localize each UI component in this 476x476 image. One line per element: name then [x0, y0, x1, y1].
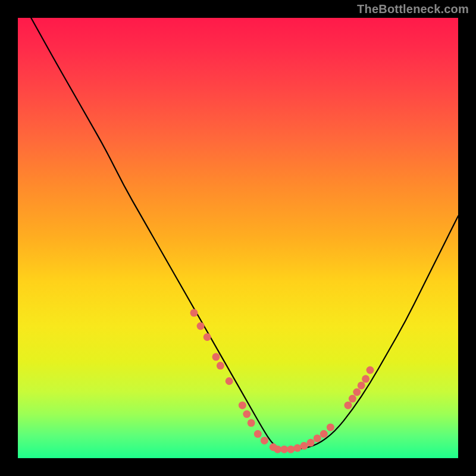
marker-dot [307, 439, 315, 447]
marker-dot [239, 402, 246, 409]
marker-dot [345, 402, 352, 409]
watermark-text: TheBottleneck.com [357, 2, 469, 16]
marker-dot [300, 442, 308, 450]
marker-dot [197, 322, 205, 330]
marker-dot [212, 353, 220, 361]
marker-group [190, 309, 374, 453]
marker-dot [217, 362, 224, 369]
marker-dot [327, 424, 334, 431]
marker-dot [353, 389, 361, 396]
marker-dot [293, 444, 301, 452]
marker-dot [248, 419, 255, 427]
marker-dot [243, 411, 250, 418]
marker-dot [362, 375, 369, 383]
marker-dot [314, 434, 321, 442]
marker-dot [261, 437, 268, 444]
plot-area [18, 18, 458, 458]
marker-dot [203, 333, 211, 341]
marker-dot [320, 430, 328, 438]
chart-svg [18, 18, 458, 458]
marker-dot [367, 367, 374, 374]
marker-dot [349, 395, 356, 403]
marker-dot [287, 446, 295, 453]
marker-dot [274, 446, 281, 453]
chart-frame: TheBottleneck.com [0, 0, 476, 476]
bottleneck-curve [31, 18, 458, 449]
marker-dot [226, 377, 233, 385]
marker-dot [254, 430, 262, 438]
marker-dot [280, 446, 288, 453]
marker-dot [190, 309, 198, 317]
marker-dot [358, 381, 365, 389]
